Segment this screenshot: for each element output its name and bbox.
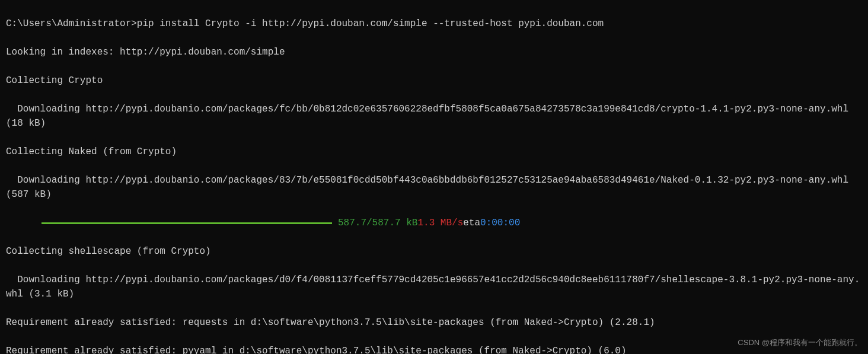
progress-eta-label: eta: [463, 216, 480, 230]
output-line: Downloading http://pypi.doubanio.com/pac…: [6, 173, 862, 202]
output-line: Requirement already satisfied: requests …: [6, 315, 862, 330]
command-text: pip install Crypto -i http://pypi.douban…: [137, 18, 604, 29]
progress-bar: [42, 222, 332, 224]
progress-size: 587.7/587.7 kB: [338, 216, 417, 230]
progress-line: 587.7/587.7 kB 1.3 MB/s eta 0:00:00: [6, 216, 862, 230]
output-line: Collecting shellescape (from Crypto): [6, 244, 862, 259]
terminal-output: C:\Users\Administrator>pip install Crypt…: [6, 2, 862, 354]
prompt: C:\Users\Administrator>: [6, 18, 137, 29]
output-line: Downloading http://pypi.doubanio.com/pac…: [6, 273, 862, 301]
output-line: Collecting Crypto: [6, 74, 862, 88]
output-line: Requirement already satisfied: pyyaml in…: [6, 344, 862, 354]
output-line: Downloading http://pypi.doubanio.com/pac…: [6, 102, 862, 130]
command-line: C:\Users\Administrator>pip install Crypt…: [6, 17, 862, 31]
progress-speed: 1.3 MB/s: [417, 216, 463, 230]
watermark: CSDN @程序和我有一个能跑就行。: [738, 337, 862, 349]
output-line: Collecting Naked (from Crypto): [6, 145, 862, 159]
output-line: Looking in indexes: http://pypi.douban.c…: [6, 45, 862, 59]
progress-eta-time: 0:00:00: [480, 216, 520, 230]
